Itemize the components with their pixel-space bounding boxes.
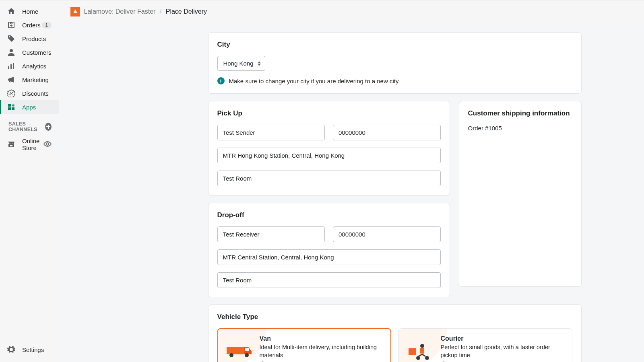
- sidebar-item-discounts[interactable]: Discounts: [0, 86, 59, 100]
- city-title: City: [217, 41, 572, 49]
- svg-rect-7: [8, 107, 11, 110]
- svg-point-16: [416, 356, 420, 360]
- pickup-detail-input[interactable]: [217, 171, 441, 186]
- megaphone-icon: [7, 76, 15, 84]
- svg-rect-12: [245, 348, 249, 351]
- vehicle-name: Courier: [441, 335, 565, 342]
- sidebar-item-customers[interactable]: Customers: [0, 45, 59, 59]
- info-icon: i: [217, 77, 225, 84]
- eye-icon[interactable]: [43, 140, 52, 149]
- sidebar-nav: Home Orders 1 Products Customers: [0, 4, 59, 114]
- breadcrumb-app[interactable]: Lalamove: Deliver Faster: [84, 8, 156, 15]
- select-chevron-icon: [258, 61, 261, 66]
- section-label-text: SALES CHANNELS: [8, 121, 45, 132]
- gear-icon: [7, 346, 15, 354]
- sales-channels-header: SALES CHANNELS: [0, 114, 59, 135]
- vehicle-title: Vehicle Type: [217, 313, 572, 321]
- sidebar-item-label: Analytics: [22, 63, 46, 70]
- tag-icon: [7, 35, 15, 43]
- svg-rect-13: [409, 348, 416, 355]
- add-channel-button[interactable]: [45, 123, 51, 131]
- dropoff-address-input[interactable]: [217, 249, 441, 265]
- svg-rect-5: [8, 104, 11, 107]
- vehicle-card: Vehicle Type Van Ideal for Multi-item de…: [208, 304, 582, 362]
- channel-item-online-store[interactable]: Online Store: [0, 135, 59, 154]
- sidebar-item-label: Orders: [22, 22, 41, 29]
- breadcrumb-current: Place Delivery: [166, 8, 207, 15]
- sidebar-item-label: Apps: [22, 104, 36, 111]
- sidebar-item-products[interactable]: Products: [0, 32, 59, 45]
- sidebar: Home Orders 1 Products Customers: [0, 0, 59, 362]
- vehicle-name: Van: [260, 335, 384, 342]
- svg-point-17: [425, 356, 429, 360]
- sidebar-item-label: Discounts: [22, 90, 49, 97]
- svg-point-10: [229, 353, 233, 357]
- svg-point-11: [245, 353, 249, 357]
- breadcrumb-sep: /: [160, 8, 161, 15]
- svg-point-8: [46, 143, 49, 145]
- van-icon: [225, 339, 253, 362]
- sidebar-item-orders[interactable]: Orders 1: [0, 18, 59, 32]
- shipping-info-title: Customer shipping information: [468, 109, 572, 117]
- svg-point-14: [420, 344, 424, 348]
- svg-rect-9: [227, 347, 244, 354]
- sidebar-item-analytics[interactable]: Analytics: [0, 59, 59, 73]
- svg-rect-2: [8, 66, 9, 69]
- orders-badge: 1: [42, 22, 51, 29]
- vehicle-desc: Ideal for Multi-item delivery, including…: [260, 343, 384, 360]
- sidebar-item-marketing[interactable]: Marketing: [0, 73, 59, 86]
- sidebar-item-label: Products: [22, 35, 46, 42]
- shipping-info-card: Customer shipping information Order #100…: [459, 101, 582, 287]
- svg-point-1: [10, 49, 13, 52]
- discount-icon: [7, 89, 15, 97]
- main: Lalamove: Deliver Faster / Place Deliver…: [59, 0, 644, 362]
- pickup-phone-input[interactable]: [333, 125, 441, 140]
- order-number: Order #1005: [468, 125, 572, 132]
- pickup-card: Pick Up: [208, 101, 450, 195]
- store-icon: [7, 140, 15, 148]
- channels-nav: Online Store: [0, 135, 59, 154]
- vehicle-option-courier[interactable]: Courier Perfect for small goods, with a …: [398, 328, 572, 362]
- city-select[interactable]: Hong Kong: [217, 56, 265, 71]
- dropoff-name-input[interactable]: [217, 226, 325, 242]
- vehicle-option-van[interactable]: Van Ideal for Multi-item delivery, inclu…: [217, 328, 391, 362]
- topbar: Lalamove: Deliver Faster / Place Deliver…: [59, 0, 644, 23]
- dropoff-card: Drop-off: [208, 203, 450, 297]
- sidebar-item-home[interactable]: Home: [0, 4, 59, 18]
- analytics-icon: [7, 62, 15, 70]
- dropoff-detail-input[interactable]: [217, 272, 441, 288]
- apps-icon: [7, 103, 15, 111]
- city-card: City Hong Kong i Make sure to change you…: [208, 32, 582, 94]
- courier-icon: [406, 339, 434, 362]
- dropoff-phone-input[interactable]: [333, 226, 441, 242]
- svg-rect-6: [12, 107, 14, 110]
- sidebar-item-apps[interactable]: Apps: [0, 100, 59, 114]
- vehicle-desc: Perfect for small goods, with a faster o…: [441, 343, 565, 360]
- city-select-value: Hong Kong: [223, 60, 254, 67]
- svg-rect-4: [13, 63, 14, 69]
- home-icon: [7, 7, 15, 15]
- sidebar-item-label: Marketing: [22, 76, 49, 83]
- sidebar-item-label: Home: [22, 8, 38, 15]
- breadcrumb: Lalamove: Deliver Faster / Place Deliver…: [84, 8, 207, 15]
- sidebar-item-settings[interactable]: Settings: [0, 343, 59, 356]
- sidebar-item-label: Settings: [22, 346, 44, 353]
- pickup-address-input[interactable]: [217, 148, 441, 163]
- dropoff-title: Drop-off: [217, 211, 441, 219]
- lalamove-logo: [70, 7, 80, 16]
- svg-rect-15: [420, 348, 424, 354]
- svg-rect-3: [10, 64, 12, 69]
- sidebar-item-label: Customers: [22, 49, 52, 56]
- channel-item-label: Online Store: [22, 138, 43, 151]
- pickup-name-input[interactable]: [217, 125, 325, 140]
- person-icon: [7, 48, 15, 56]
- orders-icon: [7, 21, 15, 29]
- city-info-text: Make sure to change your city if you are…: [229, 78, 400, 84]
- pickup-title: Pick Up: [217, 109, 441, 117]
